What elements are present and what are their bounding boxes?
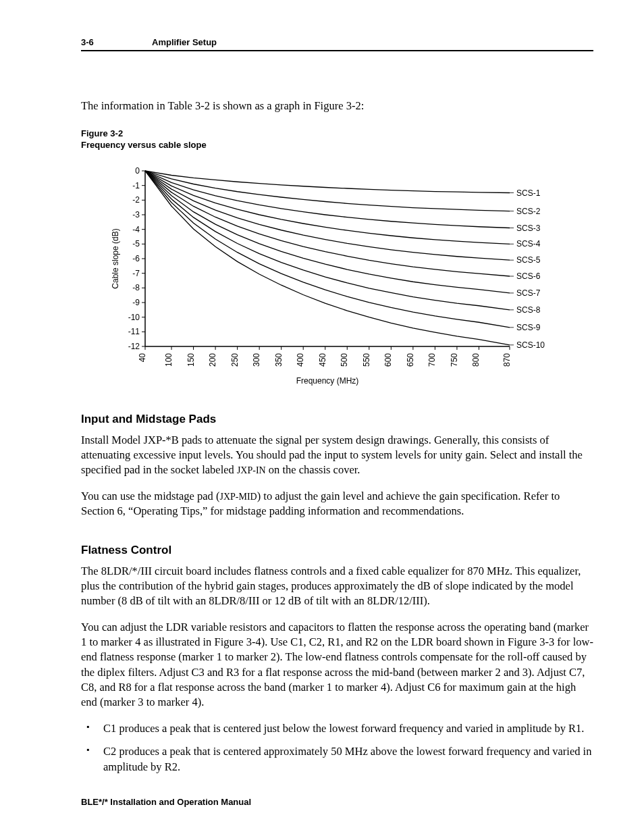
svg-text:-8: -8	[132, 283, 140, 292]
svg-text:Cable slope (dB): Cable slope (dB)	[111, 228, 120, 288]
figure-caption: Frequency versus cable slope	[81, 140, 207, 150]
input-pads-p2: You can use the midstage pad (JXP-MID) t…	[81, 489, 593, 519]
svg-text:800: 800	[471, 353, 481, 366]
svg-text:-3: -3	[132, 210, 140, 219]
svg-text:550: 550	[362, 353, 371, 366]
intro-text: The information in Table 3-2 is shown as…	[81, 99, 593, 113]
svg-text:400: 400	[296, 353, 305, 366]
svg-text:700: 700	[427, 353, 437, 366]
svg-text:500: 500	[340, 353, 349, 366]
svg-text:SCS-8: SCS-8	[516, 305, 541, 315]
svg-text:-9: -9	[132, 298, 140, 307]
svg-text:0: 0	[135, 166, 140, 176]
svg-text:SCS-2: SCS-2	[516, 206, 541, 215]
list-item: C2 produces a peak that is centered appr…	[81, 744, 593, 775]
svg-text:-7: -7	[132, 268, 140, 278]
svg-text:-4: -4	[132, 224, 140, 234]
svg-text:-5: -5	[132, 239, 140, 249]
svg-text:SCS-9: SCS-9	[516, 323, 541, 332]
flatness-p2: You can adjust the LDR variable resistor…	[81, 620, 593, 710]
svg-text:150: 150	[186, 353, 196, 366]
section-title: Amplifier Setup	[152, 37, 217, 47]
svg-text:200: 200	[208, 353, 217, 366]
svg-text:SCS-5: SCS-5	[516, 255, 541, 265]
svg-text:450: 450	[318, 353, 327, 366]
svg-text:-6: -6	[132, 254, 140, 263]
page-number: 3-6	[81, 37, 152, 47]
svg-text:-1: -1	[132, 180, 140, 190]
figure-number: Figure 3-2	[81, 128, 123, 138]
footer-title: BLE*/* Installation and Operation Manual	[81, 797, 251, 807]
svg-text:870: 870	[502, 353, 512, 366]
svg-text:350: 350	[274, 353, 284, 366]
heading-input-midstage-pads: Input and Midstage Pads	[81, 413, 593, 426]
page-header: 3-6 Amplifier Setup	[81, 37, 593, 51]
svg-text:-11: -11	[128, 327, 140, 336]
flatness-bullets: C1 produces a peak that is centered just…	[81, 721, 593, 775]
svg-text:-10: -10	[128, 312, 140, 321]
svg-text:750: 750	[450, 353, 459, 366]
chart-svg: 0-1-2-3-4-5-6-7-8-9-10-11-12401001502002…	[108, 164, 560, 387]
list-item: C1 produces a peak that is centered just…	[81, 721, 593, 736]
svg-text:Frequency (MHz): Frequency (MHz)	[296, 376, 359, 386]
svg-text:SCS-10: SCS-10	[516, 340, 545, 350]
svg-text:SCS-4: SCS-4	[516, 239, 541, 249]
svg-text:600: 600	[383, 353, 393, 366]
svg-text:SCS-6: SCS-6	[516, 271, 541, 281]
flatness-p1: The 8LDR/*/III circuit board includes fl…	[81, 564, 593, 609]
svg-text:-12: -12	[128, 342, 140, 351]
input-pads-p1: Install Model JXP-*B pads to attenuate t…	[81, 433, 593, 478]
svg-text:300: 300	[252, 353, 261, 366]
svg-text:-2: -2	[132, 195, 140, 205]
svg-text:SCS-1: SCS-1	[516, 188, 541, 197]
svg-text:100: 100	[164, 353, 173, 366]
svg-text:250: 250	[230, 353, 240, 366]
svg-text:650: 650	[406, 353, 415, 366]
svg-text:40: 40	[138, 353, 147, 362]
figure-label: Figure 3-2 Frequency versus cable slope	[81, 128, 593, 151]
heading-flatness-control: Flatness Control	[81, 544, 593, 557]
chart-frequency-vs-cable-slope: 0-1-2-3-4-5-6-7-8-9-10-11-12401001502002…	[108, 164, 593, 390]
svg-text:SCS-7: SCS-7	[516, 288, 541, 298]
svg-text:SCS-3: SCS-3	[516, 223, 541, 232]
